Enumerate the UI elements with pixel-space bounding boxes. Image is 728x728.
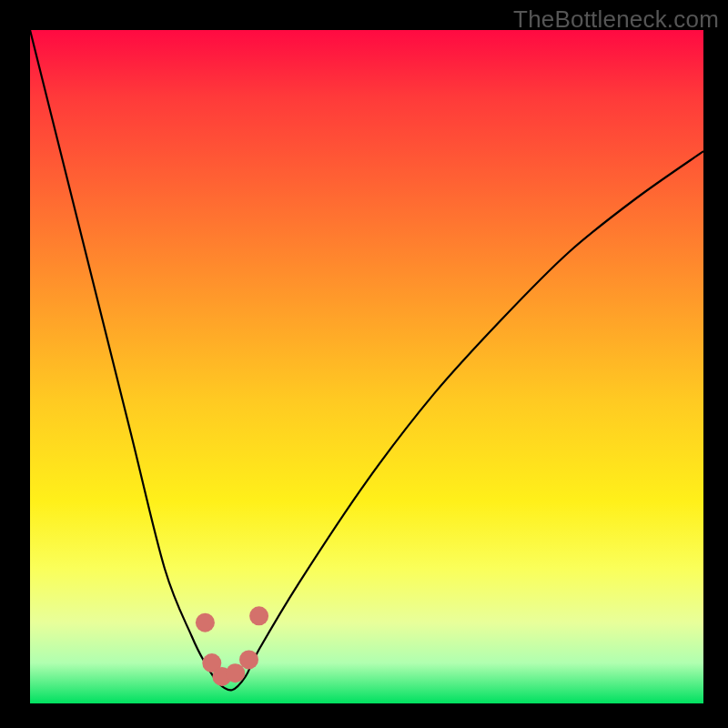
- markers-layer: [30, 30, 703, 703]
- watermark-text: TheBottleneck.com: [513, 5, 719, 34]
- marker-a: [196, 613, 215, 632]
- marker-f: [249, 606, 268, 625]
- marker-d: [226, 663, 245, 682]
- marker-e: [239, 650, 258, 669]
